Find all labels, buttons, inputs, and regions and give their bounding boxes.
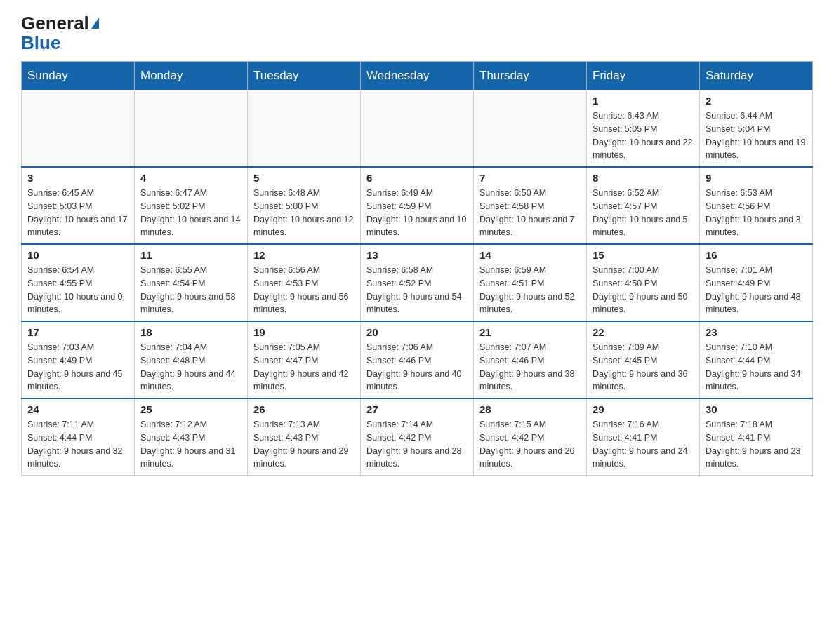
weekday-header-wednesday: Wednesday (361, 62, 474, 90)
calendar-table: SundayMondayTuesdayWednesdayThursdayFrid… (21, 61, 813, 476)
day-number: 22 (593, 326, 694, 338)
day-info: Sunrise: 7:12 AM Sunset: 4:43 PM Dayligh… (140, 418, 241, 471)
day-number: 29 (593, 403, 694, 415)
logo-general-text: General (21, 14, 89, 32)
calendar-cell-1-1 (22, 90, 135, 168)
day-number: 27 (366, 403, 468, 415)
day-info: Sunrise: 7:01 AM Sunset: 4:49 PM Dayligh… (706, 264, 807, 316)
calendar-cell-5-7: 30Sunrise: 7:18 AM Sunset: 4:41 PM Dayli… (700, 398, 813, 476)
calendar-cell-3-3: 12Sunrise: 6:56 AM Sunset: 4:53 PM Dayli… (248, 244, 361, 321)
calendar-cell-2-4: 6Sunrise: 6:49 AM Sunset: 4:59 PM Daylig… (361, 167, 474, 244)
weekday-header-thursday: Thursday (474, 62, 587, 90)
calendar-cell-3-1: 10Sunrise: 6:54 AM Sunset: 4:55 PM Dayli… (22, 244, 135, 321)
calendar-cell-3-4: 13Sunrise: 6:58 AM Sunset: 4:52 PM Dayli… (361, 244, 474, 321)
calendar-cell-2-6: 8Sunrise: 6:52 AM Sunset: 4:57 PM Daylig… (587, 167, 700, 244)
day-number: 6 (366, 172, 468, 184)
day-number: 24 (27, 403, 128, 415)
calendar-cell-5-1: 24Sunrise: 7:11 AM Sunset: 4:44 PM Dayli… (22, 398, 135, 476)
day-number: 25 (140, 403, 241, 415)
day-info: Sunrise: 6:43 AM Sunset: 5:05 PM Dayligh… (593, 109, 694, 162)
day-info: Sunrise: 7:11 AM Sunset: 4:44 PM Dayligh… (27, 418, 128, 471)
weekday-header-sunday: Sunday (22, 62, 135, 90)
day-info: Sunrise: 7:04 AM Sunset: 4:48 PM Dayligh… (140, 341, 241, 394)
day-number: 28 (479, 403, 581, 415)
day-info: Sunrise: 7:16 AM Sunset: 4:41 PM Dayligh… (593, 418, 694, 471)
calendar-week-row-2: 3Sunrise: 6:45 AM Sunset: 5:03 PM Daylig… (22, 167, 813, 244)
calendar-cell-2-7: 9Sunrise: 6:53 AM Sunset: 4:56 PM Daylig… (700, 167, 813, 244)
logo-blue-text: Blue (21, 32, 60, 54)
day-number: 17 (27, 326, 128, 338)
day-number: 18 (140, 326, 241, 338)
day-info: Sunrise: 6:50 AM Sunset: 4:58 PM Dayligh… (479, 187, 581, 239)
day-number: 14 (479, 249, 581, 261)
calendar-cell-4-6: 22Sunrise: 7:09 AM Sunset: 4:45 PM Dayli… (587, 321, 700, 398)
calendar-week-row-4: 17Sunrise: 7:03 AM Sunset: 4:49 PM Dayli… (22, 321, 813, 398)
calendar-cell-4-4: 20Sunrise: 7:06 AM Sunset: 4:46 PM Dayli… (361, 321, 474, 398)
calendar-week-row-3: 10Sunrise: 6:54 AM Sunset: 4:55 PM Dayli… (22, 244, 813, 321)
calendar-cell-4-3: 19Sunrise: 7:05 AM Sunset: 4:47 PM Dayli… (248, 321, 361, 398)
day-number: 19 (253, 326, 355, 338)
day-info: Sunrise: 7:03 AM Sunset: 4:49 PM Dayligh… (27, 341, 128, 394)
day-number: 3 (27, 172, 128, 184)
day-number: 15 (593, 249, 694, 261)
calendar-cell-2-5: 7Sunrise: 6:50 AM Sunset: 4:58 PM Daylig… (474, 167, 587, 244)
day-info: Sunrise: 7:07 AM Sunset: 4:46 PM Dayligh… (479, 341, 581, 394)
calendar-cell-5-2: 25Sunrise: 7:12 AM Sunset: 4:43 PM Dayli… (135, 398, 248, 476)
day-number: 12 (253, 249, 355, 261)
day-info: Sunrise: 7:00 AM Sunset: 4:50 PM Dayligh… (593, 264, 694, 316)
calendar-cell-1-3 (248, 90, 361, 168)
day-info: Sunrise: 7:18 AM Sunset: 4:41 PM Dayligh… (706, 418, 807, 471)
calendar-cell-5-5: 28Sunrise: 7:15 AM Sunset: 4:42 PM Dayli… (474, 398, 587, 476)
day-number: 16 (706, 249, 807, 261)
day-number: 11 (140, 249, 241, 261)
day-info: Sunrise: 7:05 AM Sunset: 4:47 PM Dayligh… (253, 341, 355, 394)
day-info: Sunrise: 6:58 AM Sunset: 4:52 PM Dayligh… (366, 264, 468, 316)
weekday-header-tuesday: Tuesday (248, 62, 361, 90)
day-number: 21 (479, 326, 581, 338)
day-number: 7 (479, 172, 581, 184)
calendar-cell-1-7: 2Sunrise: 6:44 AM Sunset: 5:04 PM Daylig… (700, 90, 813, 168)
day-info: Sunrise: 6:54 AM Sunset: 4:55 PM Dayligh… (27, 264, 128, 316)
calendar-cell-4-7: 23Sunrise: 7:10 AM Sunset: 4:44 PM Dayli… (700, 321, 813, 398)
calendar-cell-5-4: 27Sunrise: 7:14 AM Sunset: 4:42 PM Dayli… (361, 398, 474, 476)
day-number: 4 (140, 172, 241, 184)
page-header: General Blue (21, 14, 813, 54)
day-info: Sunrise: 6:56 AM Sunset: 4:53 PM Dayligh… (253, 264, 355, 316)
calendar-cell-1-6: 1Sunrise: 6:43 AM Sunset: 5:05 PM Daylig… (587, 90, 700, 168)
day-number: 23 (706, 326, 807, 338)
day-info: Sunrise: 7:15 AM Sunset: 4:42 PM Dayligh… (479, 418, 581, 471)
day-info: Sunrise: 6:47 AM Sunset: 5:02 PM Dayligh… (140, 187, 241, 239)
calendar-week-row-1: 1Sunrise: 6:43 AM Sunset: 5:05 PM Daylig… (22, 90, 813, 168)
day-info: Sunrise: 6:52 AM Sunset: 4:57 PM Dayligh… (593, 187, 694, 239)
day-info: Sunrise: 6:59 AM Sunset: 4:51 PM Dayligh… (479, 264, 581, 316)
day-number: 10 (27, 249, 128, 261)
day-info: Sunrise: 6:55 AM Sunset: 4:54 PM Dayligh… (140, 264, 241, 316)
calendar-cell-1-2 (135, 90, 248, 168)
day-info: Sunrise: 7:06 AM Sunset: 4:46 PM Dayligh… (366, 341, 468, 394)
calendar-cell-1-4 (361, 90, 474, 168)
calendar-week-row-5: 24Sunrise: 7:11 AM Sunset: 4:44 PM Dayli… (22, 398, 813, 476)
day-info: Sunrise: 7:13 AM Sunset: 4:43 PM Dayligh… (253, 418, 355, 471)
day-info: Sunrise: 6:53 AM Sunset: 4:56 PM Dayligh… (706, 187, 807, 239)
day-number: 1 (593, 95, 694, 107)
calendar-cell-3-6: 15Sunrise: 7:00 AM Sunset: 4:50 PM Dayli… (587, 244, 700, 321)
day-info: Sunrise: 7:14 AM Sunset: 4:42 PM Dayligh… (366, 418, 468, 471)
calendar-cell-3-2: 11Sunrise: 6:55 AM Sunset: 4:54 PM Dayli… (135, 244, 248, 321)
day-info: Sunrise: 7:09 AM Sunset: 4:45 PM Dayligh… (593, 341, 694, 394)
day-info: Sunrise: 6:48 AM Sunset: 5:00 PM Dayligh… (253, 187, 355, 239)
logo: General Blue (21, 14, 99, 54)
calendar-cell-5-3: 26Sunrise: 7:13 AM Sunset: 4:43 PM Dayli… (248, 398, 361, 476)
day-number: 30 (706, 403, 807, 415)
day-number: 13 (366, 249, 468, 261)
day-info: Sunrise: 6:45 AM Sunset: 5:03 PM Dayligh… (27, 187, 128, 239)
calendar-cell-2-3: 5Sunrise: 6:48 AM Sunset: 5:00 PM Daylig… (248, 167, 361, 244)
calendar-cell-1-5 (474, 90, 587, 168)
calendar-cell-5-6: 29Sunrise: 7:16 AM Sunset: 4:41 PM Dayli… (587, 398, 700, 476)
calendar-cell-4-1: 17Sunrise: 7:03 AM Sunset: 4:49 PM Dayli… (22, 321, 135, 398)
day-number: 5 (253, 172, 355, 184)
day-info: Sunrise: 6:44 AM Sunset: 5:04 PM Dayligh… (706, 109, 807, 162)
calendar-cell-2-1: 3Sunrise: 6:45 AM Sunset: 5:03 PM Daylig… (22, 167, 135, 244)
weekday-header-monday: Monday (135, 62, 248, 90)
weekday-header-row: SundayMondayTuesdayWednesdayThursdayFrid… (22, 62, 813, 90)
calendar-cell-3-5: 14Sunrise: 6:59 AM Sunset: 4:51 PM Dayli… (474, 244, 587, 321)
